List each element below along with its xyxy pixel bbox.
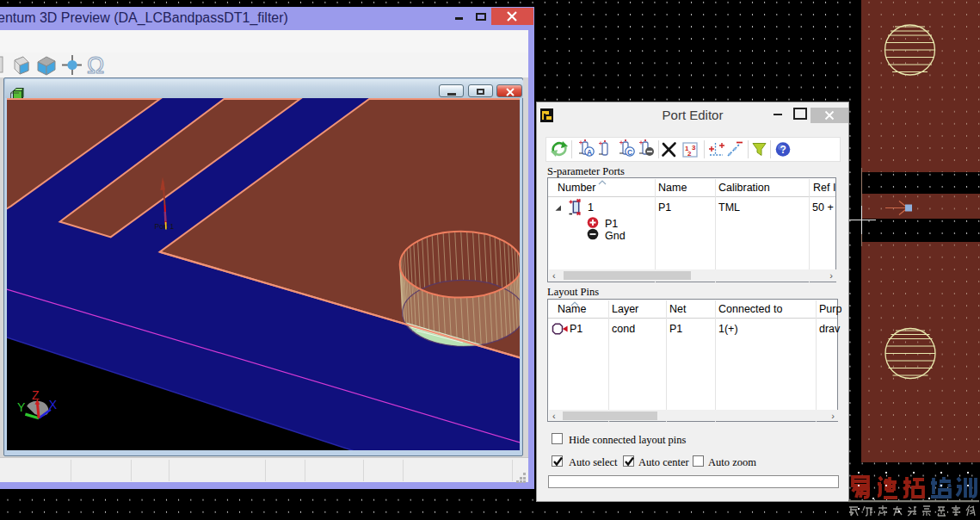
svg-text:A: A [587,148,592,157]
svg-text:X: X [49,398,58,412]
svg-text:C: C [627,148,632,157]
svg-text:Z: Z [32,388,40,402]
svg-text:Port 1: Port 1 [155,222,175,231]
svg-text:Ω: Ω [87,53,104,77]
svg-text:Y: Y [17,400,26,414]
svg-text:3: 3 [692,144,696,152]
svg-text:?: ? [780,144,786,156]
